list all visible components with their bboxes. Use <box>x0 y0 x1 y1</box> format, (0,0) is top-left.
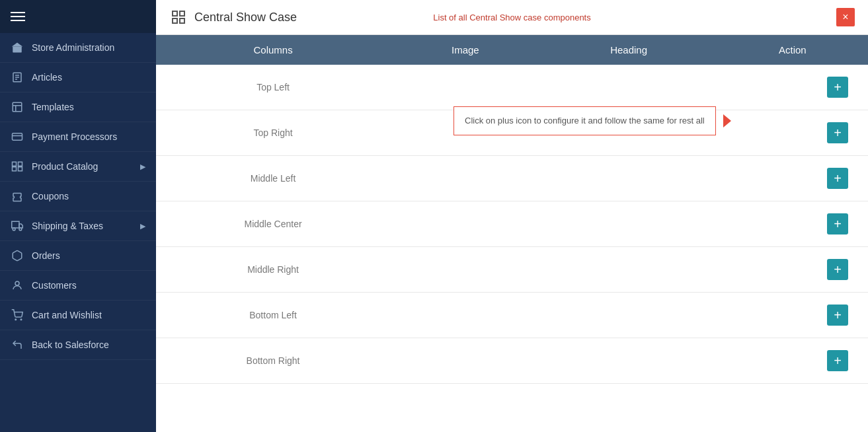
tooltip-text: Click on plus icon to configure it and f… <box>465 116 705 126</box>
svg-rect-23 <box>180 18 184 23</box>
central-showcase-icon <box>169 8 188 26</box>
table-row: Bottom Left + <box>156 293 868 338</box>
sidebar-item-label: Coupons <box>32 191 145 201</box>
svg-rect-14 <box>12 221 19 228</box>
shipping-icon <box>11 219 24 233</box>
svg-rect-5 <box>13 102 22 112</box>
sidebar-item-label: Cart and Wishlist <box>32 310 145 320</box>
cell-heading <box>541 293 717 338</box>
sidebar-nav: Store Administration Articles Templates … <box>0 33 156 432</box>
sidebar-item-label: Back to Salesforce <box>32 340 145 350</box>
table-row: Middle Left + <box>156 156 868 201</box>
svg-point-16 <box>19 228 22 231</box>
close-button[interactable]: × <box>836 8 855 26</box>
cell-action: + <box>717 293 868 338</box>
add-button[interactable]: + <box>827 305 848 326</box>
sidebar-item-shipping-taxes[interactable]: Shipping & Taxes ▶ <box>0 211 156 241</box>
svg-rect-22 <box>173 18 177 23</box>
page-subtitle: List of all Central Show case components <box>433 13 590 22</box>
sidebar-item-back-to-salesforce[interactable]: Back to Salesforce <box>0 330 156 360</box>
add-button[interactable]: + <box>827 122 848 143</box>
sidebar-item-orders[interactable]: Orders <box>0 241 156 271</box>
sidebar-item-templates[interactable]: Templates <box>0 92 156 122</box>
cart-icon <box>11 308 24 322</box>
table-row: Bottom Right + <box>156 338 868 384</box>
cell-action: + <box>717 247 868 293</box>
orders-icon <box>11 249 24 262</box>
sidebar-item-label: Product Catalog <box>32 161 132 172</box>
chevron-right-icon: ▶ <box>140 162 145 171</box>
cell-action: + <box>717 201 868 247</box>
svg-rect-20 <box>173 11 177 16</box>
cell-action: + <box>717 338 868 384</box>
svg-rect-0 <box>13 47 22 53</box>
sidebar-item-product-catalog[interactable]: Product Catalog ▶ <box>0 152 156 182</box>
back-icon <box>11 338 24 351</box>
svg-rect-11 <box>19 162 22 166</box>
col-header-columns: Columns <box>156 35 390 65</box>
table-row: Middle Right + <box>156 247 868 293</box>
sidebar-item-coupons[interactable]: Coupons <box>0 182 156 211</box>
svg-rect-12 <box>13 167 17 171</box>
cell-heading <box>541 338 717 384</box>
content-header: Central Show Case List of all Central Sh… <box>156 0 868 35</box>
add-button[interactable]: + <box>827 168 848 189</box>
cell-image <box>390 293 541 338</box>
tooltip-arrow-inner <box>738 115 745 127</box>
showcase-table: Columns Image Heading Action Top Left + … <box>156 35 868 384</box>
svg-rect-13 <box>19 167 22 171</box>
sidebar-item-label: Store Administration <box>32 42 145 53</box>
cell-column-label: Middle Center <box>156 201 390 247</box>
tooltip-arrow-icon <box>723 114 731 127</box>
svg-point-17 <box>15 281 19 285</box>
sidebar-item-customers[interactable]: Customers <box>0 271 156 301</box>
payment-icon <box>11 130 24 143</box>
cell-column-label: Middle Left <box>156 156 390 201</box>
svg-point-19 <box>20 319 22 320</box>
cell-column-label: Bottom Right <box>156 338 390 384</box>
add-button[interactable]: + <box>827 259 848 280</box>
cell-image <box>390 156 541 201</box>
svg-point-18 <box>15 319 17 320</box>
hamburger-menu-icon[interactable] <box>11 12 25 21</box>
col-header-image: Image <box>390 35 541 65</box>
cell-column-label: Middle Right <box>156 247 390 293</box>
cell-column-label: Top Right <box>156 110 390 156</box>
sidebar-item-label: Templates <box>32 102 145 112</box>
cell-action: + <box>717 65 868 110</box>
table-row: Top Left + <box>156 65 868 110</box>
cell-image <box>390 201 541 247</box>
sidebar-item-label: Articles <box>32 72 145 83</box>
table-header-row: Columns Image Heading Action <box>156 35 868 65</box>
sidebar: Store Administration Articles Templates … <box>0 0 156 432</box>
add-button[interactable]: + <box>827 77 848 98</box>
coupons-icon <box>11 190 24 203</box>
articles-icon <box>11 71 24 84</box>
sidebar-item-label: Payment Processors <box>32 131 145 142</box>
sidebar-item-label: Customers <box>32 280 145 291</box>
add-button[interactable]: + <box>827 350 848 371</box>
table-row: Middle Center + <box>156 201 868 247</box>
cell-action: + <box>717 156 868 201</box>
svg-rect-21 <box>180 11 184 16</box>
col-header-action: Action <box>717 35 868 65</box>
add-button[interactable]: + <box>827 213 848 234</box>
sidebar-item-cart-wishlist[interactable]: Cart and Wishlist <box>0 301 156 330</box>
cell-image <box>390 247 541 293</box>
sidebar-item-store-administration[interactable]: Store Administration <box>0 33 156 63</box>
cell-heading <box>541 247 717 293</box>
svg-rect-8 <box>13 133 22 141</box>
cell-image <box>390 65 541 110</box>
svg-rect-10 <box>13 162 17 166</box>
sidebar-item-label: Orders <box>32 250 145 261</box>
main-content: Central Show Case List of all Central Sh… <box>156 0 868 432</box>
svg-point-15 <box>13 228 15 231</box>
sidebar-item-articles[interactable]: Articles <box>0 63 156 92</box>
sidebar-header <box>0 0 156 33</box>
customers-icon <box>11 279 24 292</box>
sidebar-item-payment-processors[interactable]: Payment Processors <box>0 122 156 152</box>
cell-column-label: Bottom Left <box>156 293 390 338</box>
cell-heading <box>541 201 717 247</box>
cell-heading <box>541 65 717 110</box>
table-container: Click on plus icon to configure it and f… <box>156 35 868 432</box>
